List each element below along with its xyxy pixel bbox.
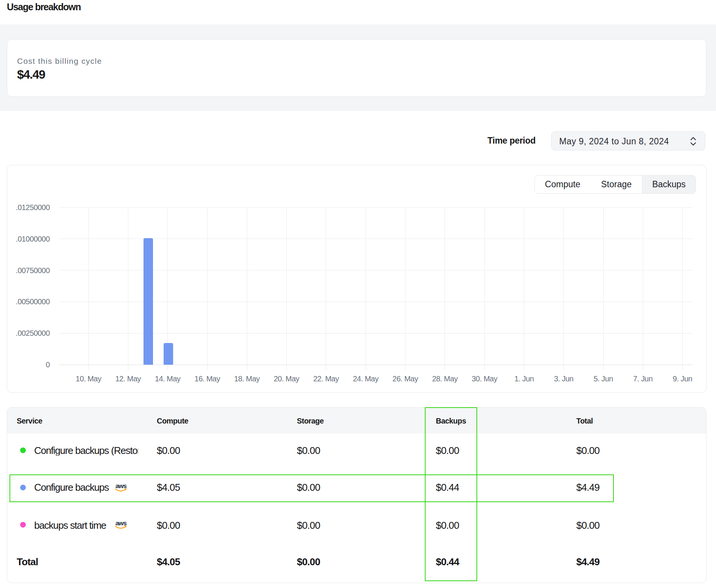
svg-text:3. Jun: 3. Jun	[554, 375, 573, 383]
svg-text:1. Jun: 1. Jun	[514, 375, 534, 383]
svg-text:5. Jun: 5. Jun	[594, 375, 613, 383]
svg-text:28. May: 28. May	[432, 375, 458, 383]
svg-text:0: 0	[46, 360, 50, 369]
svg-text:20. May: 20. May	[274, 375, 300, 383]
svg-text:.01250000: .01250000	[16, 203, 50, 212]
svg-text:.00750000: .00750000	[16, 266, 50, 275]
svg-text:.00500000: .00500000	[16, 297, 50, 306]
svg-text:16. May: 16. May	[194, 375, 220, 383]
svg-text:14. May: 14. May	[155, 375, 181, 383]
svg-text:26. May: 26. May	[393, 375, 418, 383]
svg-text:22. May: 22. May	[313, 375, 339, 383]
svg-text:18. May: 18. May	[234, 375, 260, 383]
svg-text:7. Jun: 7. Jun	[633, 375, 653, 383]
svg-text:12. May: 12. May	[115, 375, 141, 383]
svg-text:.00250000: .00250000	[16, 329, 50, 337]
svg-text:.01000000: .01000000	[16, 235, 50, 243]
svg-text:9. Jun: 9. Jun	[673, 375, 692, 383]
svg-text:24. May: 24. May	[353, 375, 379, 383]
svg-text:10. May: 10. May	[76, 375, 101, 383]
svg-text:30. May: 30. May	[472, 375, 498, 383]
